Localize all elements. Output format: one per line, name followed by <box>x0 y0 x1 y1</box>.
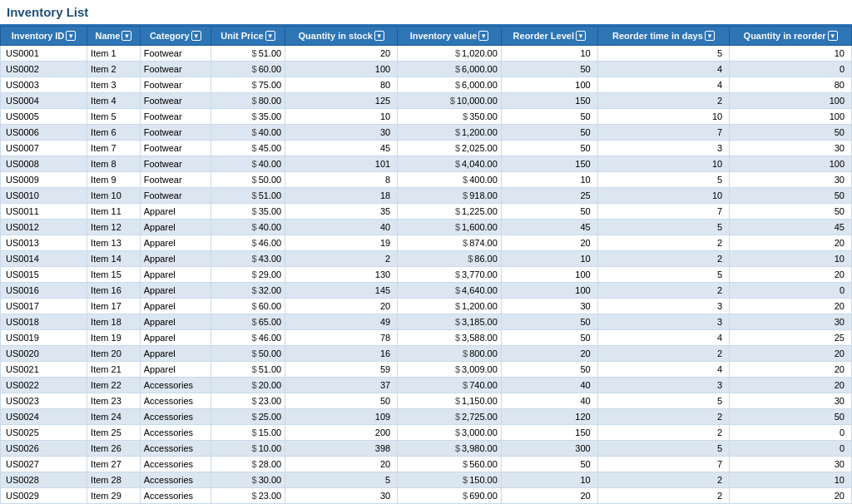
table-cell-currency: $23.00 <box>211 488 285 504</box>
filter-qty-stock-icon[interactable]: ▼ <box>374 31 384 41</box>
table-cell: 3 <box>597 378 730 393</box>
table-cell: 150 <box>501 425 597 441</box>
table-cell-currency: $25.00 <box>211 409 285 425</box>
table-cell-currency: $350.00 <box>398 109 502 125</box>
table-cell: 20 <box>730 346 852 362</box>
table-row: US0015Item 15Apparel$29.00130$3,770.0010… <box>1 267 852 283</box>
table-cell: Item 5 <box>87 109 141 125</box>
table-header-row: Inventory ID ▼ Name ▼ Category ▼ <box>1 27 852 46</box>
filter-qty-reorder-icon[interactable]: ▼ <box>828 31 838 41</box>
table-cell-currency: $46.00 <box>211 235 285 251</box>
table-cell-currency: $150.00 <box>398 472 502 488</box>
table-cell-currency: $75.00 <box>211 77 285 93</box>
table-cell: 150 <box>501 93 597 109</box>
table-row: US0028Item 28Accessories$30.005$150.0010… <box>1 472 852 488</box>
table-cell: Item 25 <box>87 425 141 441</box>
table-cell: 4 <box>597 77 730 93</box>
table-cell-currency: $43.00 <box>211 251 285 267</box>
table-cell: 200 <box>285 425 398 441</box>
filter-inv-value-icon[interactable]: ▼ <box>478 31 488 41</box>
col-header-name: Name ▼ <box>87 27 141 46</box>
table-cell: 100 <box>730 109 852 125</box>
table-cell: 30 <box>285 488 398 504</box>
table-cell: Item 16 <box>87 283 141 299</box>
table-row: US0010Item 10Footwear$51.0018$918.002510… <box>1 188 852 204</box>
table-cell-currency: $45.00 <box>211 141 285 156</box>
table-row: US0013Item 13Apparel$46.0019$874.0020220 <box>1 235 852 251</box>
table-row: US0025Item 25Accessories$15.00200$3,000.… <box>1 425 852 441</box>
table-row: US0002Item 2Footwear$60.00100$6,000.0050… <box>1 62 852 77</box>
table-cell: Accessories <box>140 409 211 425</box>
table-cell: 109 <box>285 409 398 425</box>
table-cell: Footwear <box>140 46 211 62</box>
table-cell: Item 19 <box>87 330 141 346</box>
table-cell: 19 <box>285 235 398 251</box>
table-row: US0014Item 14Apparel$43.002$86.0010210 <box>1 251 852 267</box>
table-cell: Footwear <box>140 125 211 141</box>
filter-name-icon[interactable]: ▼ <box>121 31 131 41</box>
table-cell: US0014 <box>1 251 87 267</box>
table-cell-currency: $2,025.00 <box>398 141 502 156</box>
table-cell-currency: $3,588.00 <box>398 330 502 346</box>
table-cell: 2 <box>285 251 398 267</box>
table-cell: 300 <box>501 441 597 457</box>
table-cell: Footwear <box>140 188 211 204</box>
table-cell: US0008 <box>1 156 87 172</box>
filter-id-icon[interactable]: ▼ <box>66 31 76 41</box>
col-header-reorder-level: Reorder Level ▼ <box>501 27 597 46</box>
col-header-unit-price: Unit Price ▼ <box>211 27 285 46</box>
table-cell: Footwear <box>140 62 211 77</box>
table-cell: 10 <box>501 46 597 62</box>
filter-unit-price-icon[interactable]: ▼ <box>265 31 275 41</box>
table-cell: 7 <box>597 204 730 220</box>
filter-reorder-days-icon[interactable]: ▼ <box>705 31 715 41</box>
table-row: US0006Item 6Footwear$40.0030$1,200.00507… <box>1 125 852 141</box>
table-cell: 20 <box>501 488 597 504</box>
table-cell-currency: $51.00 <box>211 46 285 62</box>
table-cell: 0 <box>730 425 852 441</box>
table-cell: Item 15 <box>87 267 141 283</box>
table-cell: US0012 <box>1 220 87 235</box>
table-cell: Item 24 <box>87 409 141 425</box>
table-cell-currency: $20.00 <box>211 378 285 393</box>
table-cell: 30 <box>730 393 852 409</box>
table-cell-currency: $32.00 <box>211 283 285 299</box>
table-cell: 59 <box>285 362 398 378</box>
table-cell: 100 <box>501 77 597 93</box>
filter-reorder-level-icon[interactable]: ▼ <box>576 31 586 41</box>
col-header-qty-stock: Quantity in stock ▼ <box>285 27 398 46</box>
table-cell-currency: $46.00 <box>211 330 285 346</box>
table-row: US0005Item 5Footwear$35.0010$350.0050101… <box>1 109 852 125</box>
table-cell: Item 9 <box>87 172 141 188</box>
table-cell: 10 <box>730 46 852 62</box>
table-cell-currency: $2,725.00 <box>398 409 502 425</box>
table-cell: US0005 <box>1 109 87 125</box>
table-cell: 10 <box>730 472 852 488</box>
table-row: US0021Item 21Apparel$51.0059$3,009.00504… <box>1 362 852 378</box>
table-cell: 2 <box>597 283 730 299</box>
table-cell: 120 <box>501 409 597 425</box>
table-cell: 80 <box>730 77 852 93</box>
table-cell-currency: $50.00 <box>211 346 285 362</box>
table-cell: Item 11 <box>87 204 141 220</box>
table-cell-currency: $874.00 <box>398 235 502 251</box>
filter-category-icon[interactable]: ▼ <box>191 31 201 41</box>
col-header-id: Inventory ID ▼ <box>1 27 87 46</box>
table-cell: 45 <box>501 220 597 235</box>
table-cell: Apparel <box>140 283 211 299</box>
table-cell-currency: $35.00 <box>211 204 285 220</box>
table-cell: 20 <box>285 457 398 472</box>
table-cell: Item 12 <box>87 220 141 235</box>
table-cell: 30 <box>730 314 852 330</box>
table-cell: Apparel <box>140 267 211 283</box>
table-cell: 100 <box>501 283 597 299</box>
table-cell: 80 <box>285 77 398 93</box>
table-cell: Item 22 <box>87 378 141 393</box>
table-cell-currency: $1,200.00 <box>398 299 502 314</box>
table-cell: 16 <box>285 346 398 362</box>
table-cell: 3 <box>597 299 730 314</box>
table-cell: 50 <box>501 204 597 220</box>
table-cell: Item 20 <box>87 346 141 362</box>
table-cell-currency: $918.00 <box>398 188 502 204</box>
table-cell: US0025 <box>1 425 87 441</box>
